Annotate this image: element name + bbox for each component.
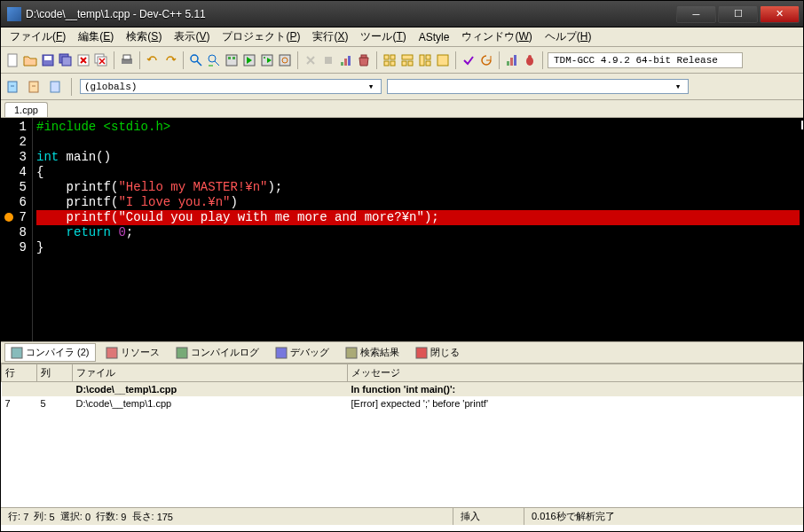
svg-rect-33 (426, 55, 430, 59)
bookmark-prev-icon[interactable] (4, 79, 20, 95)
menu-item-8[interactable]: ウィンドウ(W) (456, 27, 537, 46)
file-tab[interactable]: 1.cpp (4, 102, 48, 117)
svg-rect-42 (29, 82, 38, 92)
error-row[interactable]: D:\code\__temp\1.cppIn function 'int mai… (2, 382, 803, 397)
compile-run-icon[interactable] (259, 52, 275, 68)
compiler-selector[interactable]: TDM-GCC 4.9.2 64-bit Release (548, 52, 743, 68)
profile-icon[interactable] (338, 52, 354, 68)
debug-icon[interactable] (303, 52, 319, 68)
status-insert-mode: 挿入 (453, 508, 524, 525)
panel-tab-label: リソース (121, 346, 160, 359)
error-row[interactable]: 75D:\code\__temp\1.cpp[Error] expected '… (2, 396, 803, 411)
grid3-icon[interactable] (417, 52, 433, 68)
panel-tab-1[interactable]: リソース (99, 343, 166, 362)
undo-icon[interactable] (145, 52, 161, 68)
grid4-icon[interactable] (435, 52, 451, 68)
error-col-header[interactable]: メッセージ (348, 364, 803, 382)
redo-icon[interactable] (162, 52, 178, 68)
window-controls: ─ ☐ ✕ (676, 5, 801, 23)
menu-item-7[interactable]: AStyle (414, 29, 455, 45)
line-gutter: 123456789 (1, 118, 33, 341)
svg-rect-13 (228, 57, 231, 59)
scope-dropdown[interactable]: (globals) ▾ (80, 79, 382, 94)
panel-tab-icon (11, 347, 23, 359)
menu-item-9[interactable]: ヘルプ(H) (540, 27, 597, 46)
close-all-icon[interactable] (93, 52, 109, 68)
status-bar: 行: 7 列: 5 選択: 0 行数: 9 長さ: 175 挿入 0.016秒で… (1, 507, 803, 525)
menu-item-6[interactable]: ツール(T) (355, 27, 411, 46)
close-button[interactable]: ✕ (760, 5, 800, 23)
open-file-icon[interactable] (22, 52, 38, 68)
error-col-header[interactable]: 列 (37, 364, 73, 382)
trash-icon[interactable] (356, 52, 372, 68)
panel-tab-2[interactable]: コンパイルログ (169, 343, 265, 362)
svg-rect-0 (8, 54, 17, 66)
panel-tab-icon (345, 347, 358, 359)
bookmark-toggle-icon[interactable] (47, 79, 63, 95)
print-icon[interactable] (119, 52, 135, 68)
menu-item-1[interactable]: 編集(E) (73, 27, 119, 46)
svg-point-11 (209, 55, 216, 62)
save-all-icon[interactable] (58, 52, 74, 68)
svg-rect-48 (346, 348, 357, 358)
menu-item-3[interactable]: 表示(V) (169, 27, 215, 46)
replace-icon[interactable] (206, 52, 222, 68)
chart-icon[interactable] (504, 52, 520, 68)
close-file-icon[interactable] (75, 52, 91, 68)
panel-tab-label: 検索結果 (360, 346, 399, 359)
minimize-button[interactable]: ─ (676, 5, 716, 23)
error-col-header[interactable]: 行 (2, 364, 37, 382)
menu-item-0[interactable]: ファイル(F) (4, 27, 71, 46)
svg-rect-44 (12, 348, 22, 358)
bug-icon[interactable] (522, 52, 538, 68)
save-icon[interactable] (40, 52, 56, 68)
member-dropdown[interactable]: ▾ (387, 79, 689, 94)
menu-item-4[interactable]: プロジェクト(P) (217, 27, 305, 46)
stop-icon[interactable] (320, 52, 336, 68)
svg-rect-17 (264, 57, 265, 59)
status-position: 行: 7 列: 5 選択: 0 行数: 9 長さ: 175 (1, 508, 453, 525)
main-toolbar: TDM-GCC 4.9.2 64-bit Release (1, 47, 803, 74)
svg-rect-24 (361, 55, 367, 58)
code-editor[interactable]: 123456789 #include <stdio.h>int main(){ … (1, 118, 803, 342)
app-icon (7, 7, 21, 21)
new-file-icon[interactable] (4, 52, 20, 68)
svg-rect-20 (325, 57, 332, 64)
grid2-icon[interactable] (399, 52, 415, 68)
check-icon[interactable] (461, 52, 477, 68)
svg-rect-22 (344, 59, 347, 66)
svg-rect-21 (341, 62, 343, 66)
panel-tab-3[interactable]: デバッグ (269, 343, 335, 362)
panel-tab-label: コンパイラ (2) (26, 346, 90, 359)
panel-tab-label: 閉じる (430, 346, 460, 359)
menu-item-5[interactable]: 実行(X) (307, 27, 353, 46)
maximize-button[interactable]: ☐ (718, 5, 758, 23)
grid1-icon[interactable] (382, 52, 398, 68)
find-icon[interactable] (188, 52, 204, 68)
chevron-down-icon: ▾ (672, 81, 684, 92)
menu-item-2[interactable]: 検索(S) (121, 27, 167, 46)
error-col-header[interactable]: ファイル (73, 364, 348, 382)
compiler-output-panel[interactable]: 行列ファイルメッセージ D:\code\__temp\1.cppIn funct… (1, 364, 803, 507)
menu-bar: ファイル(F)編集(E)検索(S)表示(V)プロジェクト(P)実行(X)ツール(… (1, 27, 803, 47)
code-area[interactable]: #include <stdio.h>int main(){ printf("He… (33, 118, 803, 341)
svg-rect-46 (177, 348, 187, 358)
svg-rect-9 (123, 55, 130, 59)
compile-icon[interactable] (224, 52, 240, 68)
rebuild-icon[interactable] (277, 52, 293, 68)
svg-point-10 (191, 55, 198, 62)
refresh-icon[interactable] (478, 52, 494, 68)
panel-tab-5[interactable]: 閉じる (409, 343, 466, 362)
svg-rect-36 (507, 61, 509, 66)
svg-point-40 (528, 55, 532, 59)
run-icon[interactable] (241, 52, 257, 68)
bookmark-next-icon[interactable] (26, 79, 42, 95)
panel-tab-icon (415, 347, 428, 359)
svg-rect-4 (62, 57, 71, 66)
panel-tab-4[interactable]: 検索結果 (339, 343, 406, 362)
svg-rect-27 (384, 61, 389, 66)
scope-value: (globals) (84, 82, 365, 92)
panel-tab-0[interactable]: コンパイラ (2) (4, 343, 96, 362)
panel-tab-label: コンパイルログ (191, 346, 259, 359)
svg-rect-29 (402, 55, 413, 59)
